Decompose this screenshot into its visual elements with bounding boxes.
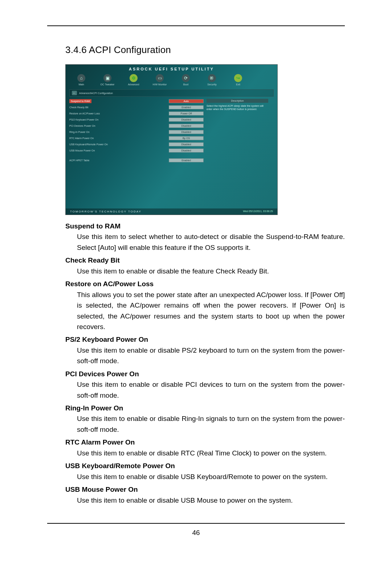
- item-description: Use this item to enable or disable Ring-…: [77, 413, 345, 435]
- menu-main-label: Main: [71, 83, 92, 86]
- item-description: Use this item to enable or disable PS/2 …: [77, 345, 345, 366]
- menu-main-icon: ⌂: [77, 74, 85, 82]
- item-heading: PCI Devices Power On: [65, 369, 345, 379]
- bios-title: ASROCK UEFI SETUP UTILITY: [66, 65, 277, 73]
- menu-oc-tweaker: ▣OC Tweaker: [97, 74, 118, 86]
- bios-row-value: Disabled: [169, 149, 204, 153]
- bios-row-key: Check Ready Bit: [69, 106, 88, 109]
- bios-row-key: USB Mouse Power On: [69, 149, 95, 152]
- section-heading: 3.4.6 ACPI Configuration: [65, 44, 345, 56]
- menu-hw-monitor-icon: ▭: [156, 74, 164, 82]
- item-heading: PS/2 Keyboard Power On: [65, 334, 345, 345]
- item-heading: Ring-In Power On: [65, 403, 345, 413]
- menu-boot-icon: ⟳: [182, 74, 190, 82]
- bottom-rule: [47, 523, 345, 524]
- bios-row-key: Restore on AC/Power Loss: [69, 112, 100, 115]
- bios-row-value: Disabled: [169, 142, 204, 146]
- bios-row-key: Suspend to RAM: [69, 99, 91, 103]
- bios-row-value: Disabled: [169, 118, 204, 122]
- bios-row: USB Keyboard/Remote Power OnDisabled: [69, 141, 204, 147]
- bios-footer: TOMORROW'S TECHNOLOGY TODAY Wed 05/13/20…: [66, 208, 277, 215]
- bios-help-pane: Description Select the highest ACPI slee…: [207, 98, 268, 163]
- item-heading: Suspend to RAM: [65, 221, 345, 231]
- menu-exit: ↪Exit: [228, 74, 249, 86]
- bios-row-value: Disabled: [169, 130, 204, 134]
- bios-row-value: By OS: [169, 136, 204, 140]
- menu-security-icon: ⛨: [208, 74, 216, 82]
- bios-row: Restore on AC/Power LossPower Off: [69, 110, 204, 117]
- item-description: Use this item to enable or disable RTC (…: [77, 448, 345, 458]
- bios-row: RTC Alarm Power OnBy OS: [69, 135, 204, 141]
- item-heading: Check Ready Bit: [65, 255, 345, 265]
- bios-row: Suspend to RAMAuto: [69, 98, 204, 104]
- item-description: Use this item to enable or disable USB K…: [77, 471, 345, 482]
- menu-main: ⌂Main: [71, 74, 92, 86]
- menu-hw-monitor: ▭H/W Monitor: [149, 74, 170, 86]
- menu-hw-monitor-label: H/W Monitor: [149, 83, 170, 86]
- bios-breadcrumb: ← Advanced\ACPI Configuration: [69, 89, 274, 97]
- menu-boot-label: Boot: [175, 83, 196, 86]
- bios-row-key: Ring-In Power On: [69, 131, 90, 133]
- bios-settings-list: Suspend to RAMAutoCheck Ready BitEnabled…: [69, 98, 204, 163]
- bios-row: [69, 154, 204, 157]
- page-number: 46: [47, 529, 345, 537]
- item-heading: USB Keyboard/Remote Power On: [65, 461, 345, 471]
- menu-security-label: Security: [201, 83, 222, 86]
- menu-exit-icon: ↪: [234, 74, 242, 82]
- breadcrumb-text: Advanced\ACPI Configuration: [79, 92, 113, 94]
- bios-row-value: Power Off: [169, 111, 204, 115]
- bios-row-key: RTC Alarm Power On: [69, 137, 94, 139]
- bios-row: Check Ready BitEnabled: [69, 104, 204, 110]
- bios-help-text: Select the highest ACPI sleep state the …: [207, 104, 268, 111]
- menu-oc-tweaker-label: OC Tweaker: [97, 83, 118, 86]
- bios-top-menu: ⌂Main▣OC Tweaker⚙Advanced▭H/W Monitor⟳Bo…: [66, 73, 277, 87]
- bios-screenshot: ASROCK UEFI SETUP UTILITY ⌂Main▣OC Tweak…: [65, 64, 278, 215]
- bios-row-value: Disabled: [169, 124, 204, 128]
- item-description: This allows you to set the power state a…: [77, 289, 345, 332]
- bios-row-key: PS/2 Keyboard Power On: [69, 118, 98, 121]
- menu-advanced-label: Advanced: [123, 83, 144, 86]
- bios-row-key: PCI Devices Power On: [69, 125, 95, 127]
- bios-row-value: Enabled: [169, 158, 204, 162]
- menu-boot: ⟳Boot: [175, 74, 196, 86]
- bios-row: USB Mouse Power OnDisabled: [69, 147, 204, 154]
- item-heading: USB Mouse Power On: [65, 484, 345, 495]
- bios-row-key: ACPI HPET Table: [69, 159, 89, 162]
- document-body: Suspend to RAMUse this item to select wh…: [65, 221, 345, 506]
- menu-advanced: ⚙Advanced: [123, 74, 144, 86]
- bios-row: Ring-In Power OnDisabled: [69, 129, 204, 135]
- bios-help-title: Description: [207, 99, 268, 103]
- bios-row: PCI Devices Power OnDisabled: [69, 123, 204, 129]
- bios-footer-datetime: Wed 05/13/2011, 03:08:29: [243, 210, 273, 213]
- bios-row-value: Enabled: [169, 105, 204, 109]
- menu-security: ⛨Security: [201, 74, 222, 86]
- item-heading: Restore on AC/Power Loss: [65, 279, 345, 289]
- item-description: Use this item to enable or disable USB M…: [77, 495, 345, 506]
- bios-row-value: Auto: [169, 99, 204, 103]
- bios-row: PS/2 Keyboard Power OnDisabled: [69, 117, 204, 123]
- menu-exit-label: Exit: [228, 83, 249, 86]
- menu-advanced-icon: ⚙: [130, 74, 138, 82]
- back-arrow-icon: ←: [72, 91, 77, 95]
- item-description: Use this item to enable or disable the f…: [77, 266, 345, 276]
- item-heading: RTC Alarm Power On: [65, 437, 345, 447]
- item-description: Use this item to select whether to auto-…: [77, 231, 345, 253]
- top-rule: [47, 25, 345, 26]
- item-description: Use this item to enable or disable PCI d…: [77, 379, 345, 401]
- bios-footer-left: TOMORROW'S TECHNOLOGY TODAY: [70, 210, 142, 213]
- menu-oc-tweaker-icon: ▣: [103, 74, 111, 82]
- bios-row-key: USB Keyboard/Remote Power On: [69, 143, 108, 146]
- bios-row: ACPI HPET TableEnabled: [69, 157, 204, 163]
